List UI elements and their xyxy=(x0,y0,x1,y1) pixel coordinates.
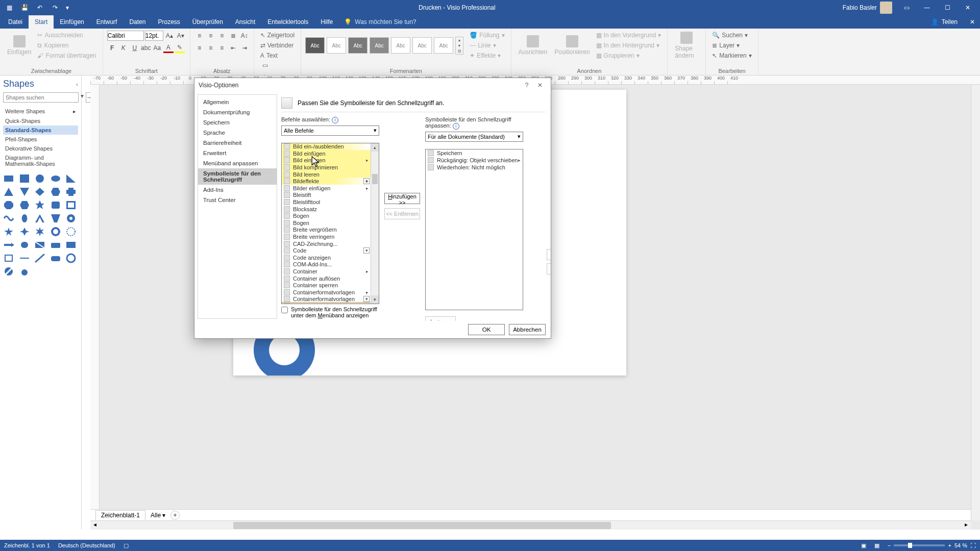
zoom-level[interactable]: 54 % xyxy=(954,542,967,548)
dialog-nav-item[interactable]: Sprache xyxy=(198,128,277,138)
cancel-button[interactable]: Abbrechen xyxy=(509,324,546,335)
shape-stencil[interactable] xyxy=(50,227,61,237)
shape-stencil[interactable] xyxy=(34,253,45,263)
style-6[interactable]: Abc xyxy=(412,37,432,54)
shape-stencil[interactable] xyxy=(34,200,45,210)
send-back-button[interactable]: ▦In den Hintergrund ▾ xyxy=(594,41,664,50)
shape-stencil[interactable] xyxy=(34,187,45,197)
style-2[interactable]: Abc xyxy=(327,37,346,54)
scroll-thumb[interactable] xyxy=(372,174,378,184)
shape-category[interactable]: Standard-Shapes xyxy=(3,126,78,135)
app-icon[interactable]: ▦ xyxy=(2,2,16,14)
fit-page-icon[interactable]: ⛶ xyxy=(970,542,976,548)
command-item[interactable]: Bogen xyxy=(282,219,371,227)
redo-icon[interactable]: ↷ xyxy=(48,2,62,14)
shape-stencil[interactable] xyxy=(19,266,30,277)
dialog-nav-item[interactable]: Barrierefreiheit xyxy=(198,138,277,148)
paste-button[interactable]: Einfügen xyxy=(4,34,34,57)
style-gallery-more-icon[interactable]: ⊟ xyxy=(456,48,463,54)
fill-button[interactable]: 🪣Füllung ▾ xyxy=(468,31,506,40)
dialog-close-icon[interactable]: ✕ xyxy=(533,80,547,91)
command-item[interactable]: Bleistifttool xyxy=(282,198,371,206)
dialog-nav-item[interactable]: Erweitert xyxy=(198,148,277,158)
dialog-help-icon[interactable]: ? xyxy=(520,80,533,91)
dialog-nav-item[interactable]: Symbolleiste für den Schnellzugriff xyxy=(198,168,277,185)
command-item[interactable]: Bogen xyxy=(282,212,371,219)
ok-button[interactable]: OK xyxy=(468,324,505,335)
scrollbar-horizontal[interactable]: ◂▸ xyxy=(90,520,971,530)
command-item[interactable]: Bleistift xyxy=(282,192,371,199)
dialog-nav-item[interactable]: Add-Ins xyxy=(198,185,277,195)
collapse-panel-icon[interactable]: ‹ xyxy=(76,81,78,87)
shapes-search-dropdown-icon[interactable]: ▾ xyxy=(81,92,84,103)
language-indicator[interactable]: Deutsch (Deutschland) xyxy=(58,542,115,548)
shape-stencil[interactable] xyxy=(19,240,30,250)
command-item[interactable]: Containerformatvorlagen▸ xyxy=(282,289,371,296)
command-item[interactable]: Containerformatvorlagen▾ xyxy=(282,296,371,303)
shapes-search-input[interactable] xyxy=(3,92,79,103)
tab-start[interactable]: Start xyxy=(29,15,54,29)
command-item[interactable]: Container sperren xyxy=(282,282,371,289)
shape-stencil[interactable] xyxy=(3,253,14,263)
copy-button[interactable]: ⧉Kopieren xyxy=(35,41,98,50)
scroll-left-icon[interactable]: ◂ xyxy=(90,521,100,530)
page-indicator[interactable]: Zeichenbl. 1 von 1 xyxy=(4,542,50,548)
align-middle-icon[interactable]: ≡ xyxy=(206,31,216,41)
qat-customize-icon[interactable]: ▾ xyxy=(63,2,71,14)
tab-view[interactable]: Ansicht xyxy=(229,15,261,29)
shape-stencil[interactable] xyxy=(3,213,14,223)
shape-stencil[interactable] xyxy=(19,227,30,237)
style-7[interactable]: Abc xyxy=(434,37,453,54)
rectangle-tool-icon[interactable]: ▭ xyxy=(260,60,271,70)
shape-category[interactable]: Weitere Shapes▸ xyxy=(3,107,78,116)
cut-button[interactable]: ✂Ausschneiden xyxy=(35,31,98,40)
shape-stencil[interactable] xyxy=(34,213,45,223)
shape-stencil[interactable] xyxy=(65,200,77,210)
current-commands-list[interactable]: SpeichernRückgängig: Objekt verschieben▸… xyxy=(425,149,523,310)
text-direction-icon[interactable]: A↕ xyxy=(239,31,250,41)
close-icon[interactable]: ✕ xyxy=(958,0,978,15)
info-icon[interactable]: i xyxy=(453,123,459,130)
shape-stencil[interactable] xyxy=(19,213,30,223)
layer-button[interactable]: ≣Layer ▾ xyxy=(710,41,753,50)
shape-category[interactable]: Quick-Shapes xyxy=(3,116,78,126)
shape-stencil[interactable] xyxy=(3,266,14,277)
bring-front-button[interactable]: ▦In den Vordergrund ▾ xyxy=(594,31,664,40)
shape-stencil[interactable] xyxy=(19,200,30,210)
customize-for-combo[interactable]: Für alle Dokumente (Standard)▾ xyxy=(425,132,523,142)
bold-button[interactable]: F xyxy=(107,43,117,53)
shape-stencil[interactable] xyxy=(3,173,14,184)
command-item[interactable]: CAD-Zeichnung... xyxy=(282,240,371,247)
tab-help[interactable]: Hilfe xyxy=(314,15,339,29)
shape-stencil[interactable] xyxy=(65,240,77,250)
shape-category[interactable]: Pfeil-Shapes xyxy=(3,135,78,144)
command-item[interactable]: Bild ein-/ausblenden xyxy=(282,143,371,151)
commands-from-combo[interactable]: Alle Befehle▾ xyxy=(281,126,379,136)
dialog-nav-item[interactable]: Menüband anpassen xyxy=(198,158,277,168)
connector-tool[interactable]: ⇄Verbinder xyxy=(258,41,297,50)
shape-stencil[interactable] xyxy=(3,240,14,250)
shape-stencil[interactable] xyxy=(19,253,30,263)
shape-stencil[interactable] xyxy=(50,240,61,250)
effects-button[interactable]: ✦Effekte ▾ xyxy=(468,51,506,60)
view-presentation-icon[interactable]: ▣ xyxy=(861,542,866,549)
qat-item[interactable]: Speichern xyxy=(426,149,523,157)
dialog-nav-item[interactable]: Dokumentprüfung xyxy=(198,107,277,117)
sheet-tab-1[interactable]: Zeichenblatt-1 xyxy=(95,510,145,520)
zoom-slider[interactable] xyxy=(894,544,945,546)
view-normal-icon[interactable]: ▦ xyxy=(874,542,879,549)
modify-button[interactable]: Ändern... xyxy=(425,316,456,321)
command-item[interactable]: Blocksatz xyxy=(282,206,371,213)
shape-stencil[interactable] xyxy=(65,213,77,223)
minimize-icon[interactable]: — xyxy=(917,0,937,15)
shape-stencil[interactable] xyxy=(65,173,77,184)
bullets-icon[interactable]: ≣ xyxy=(228,31,238,41)
shape-stencil[interactable] xyxy=(19,187,30,197)
font-color-button[interactable]: A xyxy=(163,43,174,53)
scrollbar-vertical[interactable] xyxy=(971,85,980,520)
tab-insert[interactable]: Einfügen xyxy=(54,15,90,29)
dialog-nav-item[interactable]: Speichern xyxy=(198,117,277,128)
change-shape-button[interactable]: Shape ändern xyxy=(672,31,701,60)
tab-file[interactable]: Datei xyxy=(2,15,29,29)
shape-stencil[interactable] xyxy=(65,253,77,263)
